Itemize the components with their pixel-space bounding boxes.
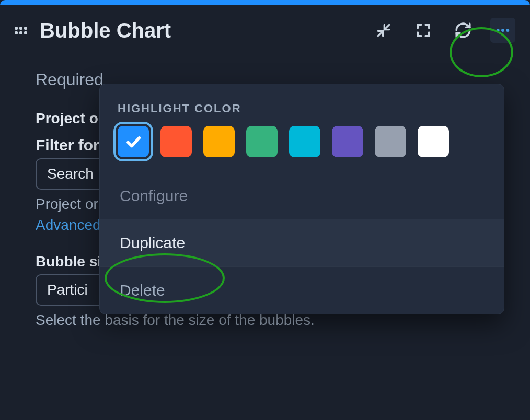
widget-title: Bubble Chart <box>40 19 371 42</box>
more-options-button[interactable] <box>490 18 515 43</box>
color-swatch-amber[interactable] <box>203 126 235 157</box>
check-icon <box>118 126 149 157</box>
advanced-link[interactable]: Advanced <box>36 217 101 234</box>
color-swatch-orange[interactable] <box>160 126 192 157</box>
svg-point-0 <box>497 29 500 32</box>
collapse-icon[interactable] <box>371 18 396 43</box>
menu-item-configure[interactable]: Configure <box>100 172 504 219</box>
color-swatch-green[interactable] <box>246 126 278 157</box>
header-actions <box>371 18 515 43</box>
color-swatch-white[interactable] <box>418 126 449 157</box>
window-accent-bar <box>0 0 530 5</box>
highlight-color-label: HIGHLIGHT COLOR <box>100 84 504 126</box>
widget-header: Bubble Chart <box>0 5 530 55</box>
drag-handle-icon[interactable] <box>15 27 27 34</box>
svg-point-1 <box>501 29 504 32</box>
refresh-icon[interactable] <box>451 18 476 43</box>
svg-point-2 <box>506 29 509 32</box>
bubble-size-value: Partici <box>47 282 88 298</box>
more-options-menu: HIGHLIGHT COLOR Configure Duplicate Dele… <box>99 84 504 314</box>
color-swatch-row <box>100 126 504 172</box>
color-swatch-blue[interactable] <box>118 126 149 157</box>
widget-panel: Bubble Chart <box>0 5 530 329</box>
menu-item-delete[interactable]: Delete <box>100 267 504 314</box>
expand-icon[interactable] <box>411 18 436 43</box>
filter-search-value: Search <box>47 166 94 182</box>
color-swatch-cyan[interactable] <box>289 126 320 157</box>
color-swatch-purple[interactable] <box>332 126 363 157</box>
color-swatch-gray[interactable] <box>375 126 406 157</box>
menu-item-duplicate[interactable]: Duplicate <box>100 219 504 266</box>
